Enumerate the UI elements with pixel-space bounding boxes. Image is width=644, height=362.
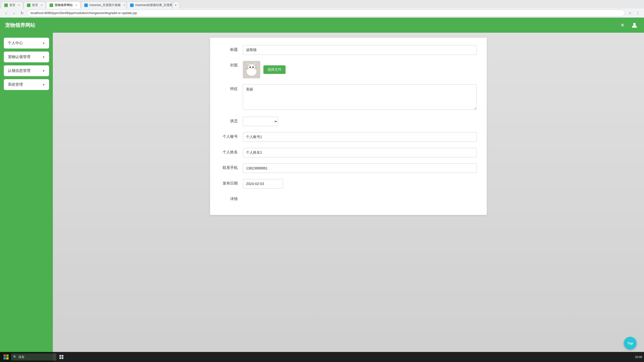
phone-input[interactable] bbox=[243, 163, 477, 173]
details-label: 详情 bbox=[220, 195, 243, 201]
reload-btn[interactable]: ↻ bbox=[19, 10, 25, 16]
tab-close-2[interactable]: ✕ bbox=[41, 4, 43, 7]
feature-textarea[interactable]: 美丽 bbox=[243, 84, 477, 110]
form-card: 标题 封面 bbox=[210, 38, 487, 215]
sidebar-arrow-system-management: ▼ bbox=[42, 83, 45, 86]
content-area: 标题 封面 bbox=[53, 33, 644, 362]
svg-rect-17 bbox=[4, 354, 6, 357]
tab-favicon-3 bbox=[50, 4, 53, 7]
tab-label-4: maomao_百度图片搜索 bbox=[89, 3, 121, 7]
tab-label-1: 首页 bbox=[9, 3, 15, 7]
sidebar-item-pet-management[interactable]: 宠物认领管理 ▼ bbox=[4, 52, 49, 62]
tab-4[interactable]: maomao_百度图片搜索 ✕ bbox=[81, 2, 126, 9]
tab-close-3[interactable]: ✕ bbox=[75, 4, 77, 7]
back-btn[interactable]: ‹ bbox=[3, 10, 9, 16]
status-select[interactable]: 可领养 已领养 bbox=[243, 117, 278, 126]
top-button[interactable]: Top bbox=[624, 337, 636, 349]
sidebar-arrow-pet-management: ▼ bbox=[42, 56, 45, 59]
tab-2[interactable]: 首页 ✕ bbox=[24, 2, 46, 9]
title-row: 标题 bbox=[220, 45, 477, 55]
forward-btn[interactable]: › bbox=[11, 10, 17, 16]
name-row: 个人姓名 bbox=[220, 148, 477, 157]
cover-field: 选择文件 bbox=[243, 61, 477, 78]
tab-close-4[interactable]: ✕ bbox=[123, 4, 125, 7]
tab-favicon-2 bbox=[27, 4, 30, 7]
details-row: 详情 bbox=[220, 195, 477, 201]
date-row: 发布日期 bbox=[220, 179, 477, 189]
svg-point-12 bbox=[251, 68, 252, 69]
account-row: 个人账号 bbox=[220, 132, 477, 142]
sidebar-item-claim-management[interactable]: 认领信息管理 ▼ bbox=[4, 65, 49, 76]
sidebar: 个人中心 ▼ 宠物认领管理 ▼ 认领信息管理 ▼ 系统管理 ▼ bbox=[0, 33, 53, 362]
status-field: 可领养 已领养 bbox=[243, 117, 477, 126]
url-text: localhost:8080/jspm2bs49/jsp/modules/cho… bbox=[30, 11, 137, 15]
sidebar-arrow-claim-management: ▼ bbox=[42, 69, 45, 72]
date-input[interactable] bbox=[243, 179, 283, 189]
name-label: 个人姓名 bbox=[220, 148, 243, 155]
settings-btn[interactable]: ⋮ bbox=[635, 10, 641, 16]
sidebar-item-personal-center[interactable]: 个人中心 ▼ bbox=[4, 38, 49, 49]
header-icons: ✕ bbox=[618, 21, 639, 30]
svg-rect-21 bbox=[59, 355, 61, 357]
cover-image bbox=[243, 61, 260, 78]
name-field bbox=[243, 148, 477, 157]
close-icon-btn[interactable]: ✕ bbox=[618, 21, 627, 30]
app-header: 宠物领养网站 ✕ bbox=[0, 18, 644, 33]
phone-field bbox=[243, 163, 477, 173]
address-bar: ‹ › ↻ localhost:8080/jspm2bs49/jsp/modul… bbox=[0, 9, 644, 18]
title-label: 标题 bbox=[220, 45, 243, 52]
tab-5[interactable]: maomao的搜索结果_百度图... ✕ bbox=[127, 2, 172, 9]
cover-section: 选择文件 bbox=[243, 61, 477, 78]
taskbar: 🔍 搜索 20:08 bbox=[0, 352, 644, 362]
svg-rect-19 bbox=[4, 357, 6, 359]
sidebar-label-claim-management: 认领信息管理 bbox=[8, 68, 30, 73]
status-label: 状态 bbox=[220, 117, 243, 123]
taskbar-time: 20:08 bbox=[635, 355, 642, 358]
start-button[interactable] bbox=[2, 353, 10, 361]
phone-label: 联系手机 bbox=[220, 163, 243, 170]
taskbar-search[interactable]: 🔍 搜索 bbox=[11, 353, 56, 360]
svg-rect-24 bbox=[62, 357, 63, 359]
date-field bbox=[243, 179, 477, 189]
main-layout: 个人中心 ▼ 宠物认领管理 ▼ 认领信息管理 ▼ 系统管理 ▼ 标题 bbox=[0, 33, 644, 362]
tab-1[interactable]: 首页 ✕ bbox=[1, 2, 23, 9]
app-title: 宠物领养网站 bbox=[5, 22, 35, 29]
sidebar-label-system-management: 系统管理 bbox=[8, 82, 23, 87]
search-placeholder: 搜索 bbox=[18, 355, 24, 359]
feature-field: 美丽 bbox=[243, 84, 477, 111]
new-tab-btn[interactable]: + bbox=[173, 2, 180, 9]
tab-3[interactable]: 宠物领养网站 ✕ bbox=[46, 2, 80, 9]
svg-rect-20 bbox=[6, 357, 9, 359]
feature-label: 特征 bbox=[220, 84, 243, 91]
tab-close-1[interactable]: ✕ bbox=[18, 4, 20, 7]
tab-label-2: 首页 bbox=[32, 3, 38, 7]
sidebar-item-system-management[interactable]: 系统管理 ▼ bbox=[4, 79, 49, 90]
sidebar-arrow-personal-center: ▼ bbox=[42, 42, 45, 45]
title-field bbox=[243, 45, 477, 55]
name-input[interactable] bbox=[243, 148, 477, 157]
content-bg: 标题 封面 bbox=[53, 33, 644, 362]
cover-label: 封面 bbox=[220, 61, 243, 68]
svg-point-11 bbox=[253, 67, 253, 68]
account-label: 个人账号 bbox=[220, 132, 243, 139]
tab-label-3: 宠物领养网站 bbox=[55, 3, 73, 7]
bookmark-btn[interactable]: ☆ bbox=[627, 10, 633, 16]
svg-point-0 bbox=[633, 23, 636, 25]
select-file-button[interactable]: 选择文件 bbox=[263, 65, 286, 74]
user-icon-btn[interactable] bbox=[630, 21, 639, 30]
title-input[interactable] bbox=[243, 45, 477, 55]
tab-label-5: maomao的搜索结果_百度图... bbox=[135, 3, 172, 7]
svg-rect-23 bbox=[59, 357, 61, 359]
date-label: 发布日期 bbox=[220, 179, 243, 186]
taskbar-icon-1[interactable] bbox=[57, 353, 65, 361]
tab-favicon-5 bbox=[130, 4, 134, 7]
phone-row: 联系手机 bbox=[220, 163, 477, 173]
browser-tabs-bar: 首页 ✕ 首页 ✕ 宠物领养网站 ✕ maomao_百度图片搜索 ✕ maoma… bbox=[0, 0, 644, 9]
svg-point-10 bbox=[250, 67, 251, 68]
svg-rect-18 bbox=[6, 354, 9, 357]
account-input[interactable] bbox=[243, 132, 477, 142]
url-input[interactable]: localhost:8080/jspm2bs49/jsp/modules/cho… bbox=[27, 10, 625, 17]
cover-row: 封面 bbox=[220, 61, 477, 78]
cat-image-svg bbox=[243, 61, 260, 78]
account-field bbox=[243, 132, 477, 142]
